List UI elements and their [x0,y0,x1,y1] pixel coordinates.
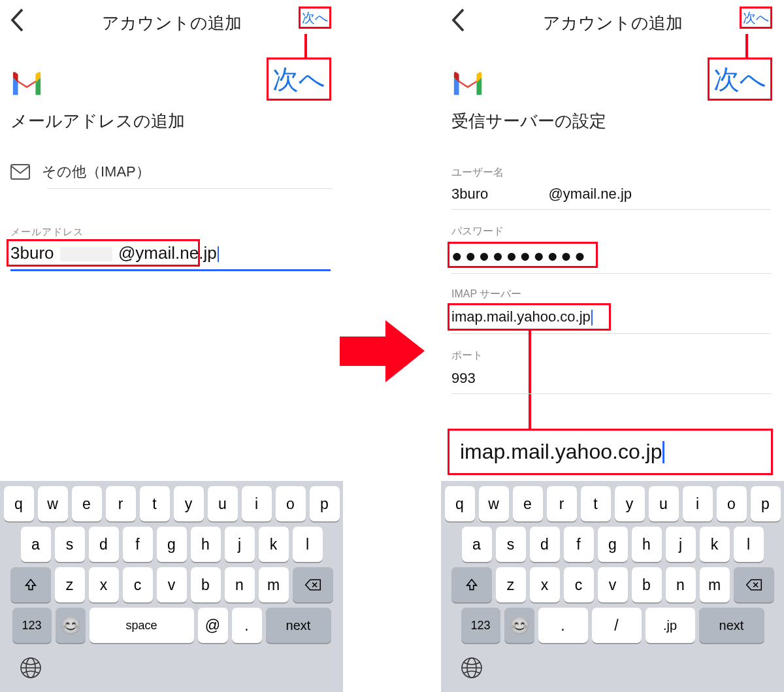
keyboard-row-4: 123 😊 . / .jp next [441,602,784,643]
key-g[interactable]: g [157,527,187,562]
key-f[interactable]: f [123,527,153,562]
annotation-password-box [448,242,598,268]
imap-callout-text: imap.mail.yahoo.co.jp [460,440,662,464]
key-r[interactable]: r [106,486,136,521]
key-i[interactable]: i [683,486,713,521]
key-j[interactable]: j [666,527,696,562]
key-e[interactable]: e [72,486,102,521]
jp-key[interactable]: .jp [645,608,695,643]
input-underline [10,269,331,271]
next-button-small[interactable]: 次へ [299,7,331,29]
shift-key[interactable] [10,567,51,602]
key-h[interactable]: h [632,527,662,562]
gmail-logo-icon [451,71,484,97]
key-e[interactable]: e [513,486,543,521]
key-q[interactable]: q [4,486,34,521]
key-g[interactable]: g [598,527,628,562]
key-f[interactable]: f [564,527,594,562]
key-t[interactable]: t [140,486,170,521]
at-key[interactable]: @ [198,608,228,643]
space-key[interactable]: space [90,608,194,643]
username-suffix: @ymail.ne.jp [549,186,632,202]
numbers-key[interactable]: 123 [12,608,52,643]
key-a[interactable]: a [21,527,51,562]
key-q[interactable]: q [445,486,475,521]
emoji-key[interactable]: 😊 [56,608,86,643]
ios-keyboard: qwertyuiop asdfghjkl zxcvbnm 123 😊 space… [0,481,343,692]
slash-key[interactable]: / [592,608,642,643]
key-y[interactable]: y [615,486,645,521]
keyboard-row-4: 123 😊 space @ . next [0,602,343,643]
keyboard-row-1: qwertyuiop [0,481,343,521]
key-s[interactable]: s [496,527,526,562]
dot-key[interactable]: . [538,608,588,643]
key-c[interactable]: c [564,567,594,602]
key-w[interactable]: w [479,486,509,521]
dot-key[interactable]: . [232,608,262,643]
key-u[interactable]: u [649,486,679,521]
imap-callout: imap.mail.yahoo.co.jp [448,429,773,475]
key-x[interactable]: x [530,567,560,602]
key-m[interactable]: m [700,567,730,602]
phone-screen-left: アカウントの追加 次へ 次へ メールアドレスの追加 その他（IMAP） メールア… [0,0,343,692]
username-value[interactable]: 3buro @ymail.ne.jp [451,186,632,203]
username-prefix: 3buro [451,186,488,202]
globe-key[interactable] [461,657,483,682]
key-s[interactable]: s [55,527,85,562]
emoji-key[interactable]: 😊 [504,608,534,643]
key-h[interactable]: h [191,527,221,562]
key-m[interactable]: m [259,567,289,602]
shift-key[interactable] [451,567,492,602]
next-key[interactable]: next [699,608,764,643]
email-field-label: メールアドレス [10,226,84,239]
key-l[interactable]: l [734,527,764,562]
next-button-small[interactable]: 次へ [740,7,772,29]
key-b[interactable]: b [632,567,662,602]
key-t[interactable]: t [581,486,611,521]
globe-key[interactable] [20,657,42,682]
text-cursor [218,246,219,262]
key-w[interactable]: w [38,486,68,521]
key-c[interactable]: c [123,567,153,602]
key-i[interactable]: i [242,486,272,521]
backspace-key[interactable] [293,567,333,602]
key-v[interactable]: v [157,567,187,602]
next-button-callout: 次へ [267,58,331,101]
svg-rect-0 [11,165,29,179]
key-k[interactable]: k [259,527,289,562]
key-v[interactable]: v [598,567,628,602]
key-j[interactable]: j [225,527,255,562]
key-l[interactable]: l [293,527,323,562]
key-b[interactable]: b [191,567,221,602]
next-key[interactable]: next [266,608,331,643]
imap-server-label: IMAP サーバー [451,288,521,301]
key-o[interactable]: o [276,486,306,521]
key-x[interactable]: x [89,567,119,602]
key-k[interactable]: k [700,527,730,562]
keyboard-row-1: qwertyuiop [441,481,784,521]
key-z[interactable]: z [55,567,85,602]
numbers-key[interactable]: 123 [461,608,500,643]
username-label: ユーザー名 [451,166,504,180]
ios-keyboard: qwertyuiop asdfghjkl zxcvbnm 123 😊 . / .… [441,481,784,692]
key-p[interactable]: p [751,486,781,521]
key-z[interactable]: z [496,567,526,602]
section-title: メールアドレスの追加 [10,110,185,133]
key-u[interactable]: u [208,486,238,521]
annotation-connector [745,34,748,60]
divider [47,188,333,189]
key-n[interactable]: n [225,567,255,602]
backspace-key[interactable] [734,567,774,602]
divider [451,209,771,210]
port-value[interactable]: 993 [451,370,476,387]
emoji-icon: 😊 [60,616,81,636]
key-d[interactable]: d [530,527,560,562]
key-p[interactable]: p [310,486,340,521]
svg-marker-4 [340,320,425,382]
key-a[interactable]: a [462,527,492,562]
key-d[interactable]: d [89,527,119,562]
key-r[interactable]: r [547,486,577,521]
key-n[interactable]: n [666,567,696,602]
key-o[interactable]: o [717,486,747,521]
key-y[interactable]: y [174,486,204,521]
